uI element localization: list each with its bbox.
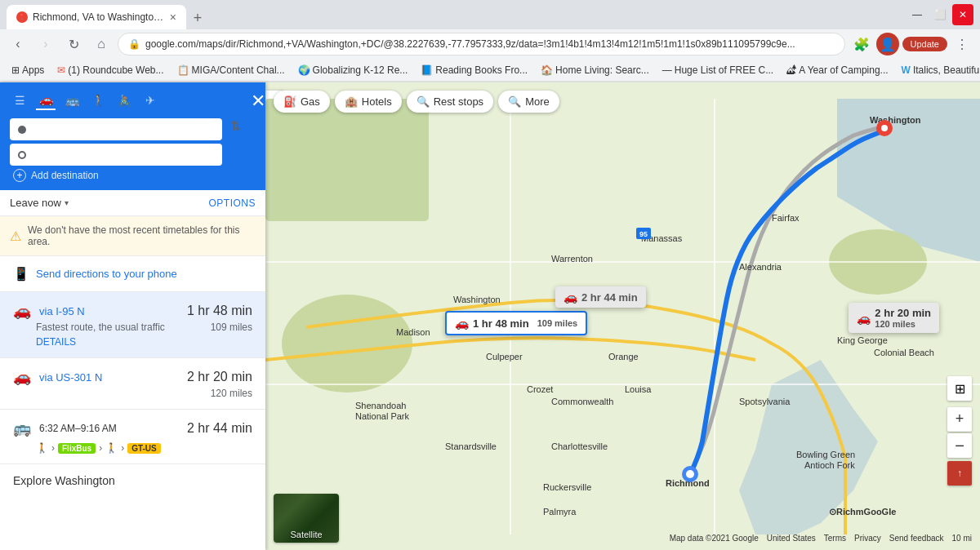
route-1-details-link[interactable]: DETAILS xyxy=(36,336,252,348)
close-directions-btn[interactable]: ✕ xyxy=(251,91,265,112)
close-btn[interactable]: ✕ xyxy=(952,4,973,25)
mode-transit[interactable]: 🚌 xyxy=(62,91,82,110)
tab-title: Richmond, VA to Washington, D... xyxy=(33,11,165,23)
from-input[interactable]: Richmond, Virginia xyxy=(31,123,214,135)
filter-hotels-btn[interactable]: 🏨 Hotels xyxy=(335,91,402,113)
map-scale: 10 mi xyxy=(952,534,972,543)
bookmark-home-living[interactable]: 🏠 Home Living: Searc... xyxy=(536,63,654,78)
callout-3-text: 2 hr 20 min xyxy=(875,307,931,319)
svg-text:Orange: Orange xyxy=(608,352,639,361)
send-directions-row[interactable]: 📱 Send directions to your phone xyxy=(0,256,265,292)
car-icon-1: 🚗 xyxy=(13,302,31,320)
transit-duration: 2 hr 44 min xyxy=(187,421,252,436)
bookmark-reading[interactable]: 📘 Reading Books Fro... xyxy=(416,63,532,78)
svg-text:⊙RichmGooGle: ⊙RichmGooGle xyxy=(829,507,896,517)
route-2-dist: 120 miles xyxy=(211,388,252,399)
zoom-out-btn[interactable]: − xyxy=(947,433,972,458)
left-panel: ☰ 🚗 🚌 🚶 🚴 ✈ Richmond, Virginia xyxy=(0,82,265,550)
mode-car[interactable]: 🚗 xyxy=(36,91,56,110)
tab-favicon: 📍 xyxy=(16,11,28,23)
rest-stops-icon: 🔍 xyxy=(416,95,430,108)
bookmark-roundcube[interactable]: ✉ (1) Roundcube Web... xyxy=(52,63,168,78)
phone-icon: 📱 xyxy=(13,266,29,282)
mode-walk2[interactable]: 🚶 xyxy=(88,91,108,110)
send-directions-text: Send directions to your phone xyxy=(36,268,177,280)
menu-btn[interactable]: ⋮ xyxy=(951,33,973,55)
nav-bar: ‹ › ↻ ⌂ 🔒 google.com/maps/dir/Richmond,+… xyxy=(0,29,980,59)
satellite-thumb[interactable]: Satellite xyxy=(274,494,339,543)
from-input-row: Richmond, Virginia xyxy=(10,118,222,140)
svg-point-36 xyxy=(686,470,694,478)
filter-gas-btn[interactable]: ⛽ Gas xyxy=(274,91,330,113)
map-privacy-link[interactable]: Privacy xyxy=(854,534,881,543)
forward-btn[interactable]: › xyxy=(34,33,57,55)
map-data-text: Map data ©2021 Google xyxy=(670,534,759,543)
to-input[interactable]: Washington, District of Columbia xyxy=(31,149,214,161)
svg-text:Bowling Green: Bowling Green xyxy=(796,450,855,459)
bookmark-huge-list[interactable]: — Huge List of FREE C... xyxy=(657,63,778,78)
compass-btn[interactable]: ↑ xyxy=(947,461,972,486)
mode-flight[interactable]: ✈ xyxy=(140,91,160,110)
route-1-desc: Fastest route, the usual traffic xyxy=(36,322,211,333)
route-item-2[interactable]: 🚗 via US-301 N 2 hr 20 min 120 miles xyxy=(0,358,265,410)
reload-btn[interactable]: ↻ xyxy=(62,33,85,55)
mode-walk[interactable]: ☰ xyxy=(10,91,29,110)
route-2-time: 2 hr 20 min xyxy=(187,370,252,384)
callout-3-sub: 120 miles xyxy=(875,319,931,329)
main-container: ☰ 🚗 🚌 🚶 🚴 ✈ Richmond, Virginia xyxy=(0,82,980,550)
route-item-1[interactable]: 🚗 via I-95 N 1 hr 48 min Fastest route, … xyxy=(0,292,265,358)
route-callout-1[interactable]: 🚗 1 hr 48 min 109 miles xyxy=(445,311,587,335)
active-tab[interactable]: 📍 Richmond, VA to Washington, D... × xyxy=(7,5,186,29)
map-layers-btn[interactable]: ⊞ xyxy=(947,376,972,401)
svg-text:Madison: Madison xyxy=(396,327,430,337)
flixbus-badge: FlixBus xyxy=(58,443,96,454)
leave-now-btn[interactable]: Leave now ▾ xyxy=(10,197,69,209)
options-btn[interactable]: OPTIONS xyxy=(208,197,256,209)
map-feedback-link[interactable]: Send feedback xyxy=(889,534,944,543)
map-controls: ⊞ + − ↑ xyxy=(947,376,972,486)
route-callout-3[interactable]: 🚗 2 hr 20 min 120 miles xyxy=(849,303,939,333)
bookmark-miga[interactable]: 📋 MIGA/Content Chal... xyxy=(172,63,290,78)
bookmark-globalizing[interactable]: 🌍 Globalizing K-12 Re... xyxy=(293,63,413,78)
route-callout-2[interactable]: 🚗 2 hr 44 min xyxy=(555,286,646,308)
svg-text:Warrenton: Warrenton xyxy=(551,254,593,264)
bookmark-camping[interactable]: 🏕 A Year of Camping... xyxy=(782,63,893,78)
back-btn[interactable]: ‹ xyxy=(7,33,29,55)
hotel-icon: 🏨 xyxy=(345,95,358,108)
profile-btn[interactable]: 👤 xyxy=(876,33,899,55)
maximize-btn[interactable]: ⬜ xyxy=(929,4,951,25)
filter-more-btn[interactable]: 🔍 More xyxy=(498,91,559,113)
filter-rest-stops-btn[interactable]: 🔍 Rest stops xyxy=(407,91,493,113)
explore-section: Explore Washington xyxy=(0,464,265,497)
mode-icons: ☰ 🚗 🚌 🚶 🚴 ✈ xyxy=(10,91,241,110)
route-1-dist: 109 miles xyxy=(211,322,252,333)
svg-point-38 xyxy=(881,125,888,131)
title-bar: 📍 Richmond, VA to Washington, D... × + —… xyxy=(0,0,980,29)
gas-icon: ⛽ xyxy=(283,95,296,108)
svg-text:Antioch Fork: Antioch Fork xyxy=(804,460,855,470)
update-btn[interactable]: Update xyxy=(902,37,947,51)
bookmark-italics[interactable]: W Italics, Beautiful Ha... xyxy=(897,63,980,78)
transit-item[interactable]: 🚌 6:32 AM–9:16 AM 2 hr 44 min 🚶 › FlixBu… xyxy=(0,410,265,464)
new-tab-btn[interactable]: + xyxy=(186,7,209,29)
bookmark-apps[interactable]: ⊞ Apps xyxy=(7,63,49,78)
map-area[interactable]: ‹ xyxy=(265,82,980,550)
url-bar[interactable]: 🔒 google.com/maps/dir/Richmond,+VA/Washi… xyxy=(118,33,845,55)
map-terms-link[interactable]: Terms xyxy=(824,534,846,543)
mode-bike[interactable]: 🚴 xyxy=(114,91,134,110)
minimize-btn[interactable]: — xyxy=(906,4,928,25)
drag-handle[interactable]: ⇅ xyxy=(230,118,241,134)
route-1-name: via I-95 N xyxy=(39,305,179,317)
satellite-label: Satellite xyxy=(290,530,322,539)
callout-car-icon-2: 🚗 xyxy=(564,291,577,304)
zoom-in-btn[interactable]: + xyxy=(947,407,972,432)
add-dest-label[interactable]: Add destination xyxy=(31,170,99,181)
add-dest-btn[interactable]: + xyxy=(13,169,26,182)
car-icon-2: 🚗 xyxy=(13,368,31,386)
tab-close-btn[interactable]: × xyxy=(170,11,176,24)
svg-text:Alexandria: Alexandria xyxy=(739,262,782,272)
ssl-icon: 🔒 xyxy=(128,38,140,50)
extensions-btn[interactable]: 🧩 xyxy=(850,33,873,55)
transit-header: 🚌 6:32 AM–9:16 AM 2 hr 44 min xyxy=(13,419,252,437)
home-btn[interactable]: ⌂ xyxy=(90,33,113,55)
